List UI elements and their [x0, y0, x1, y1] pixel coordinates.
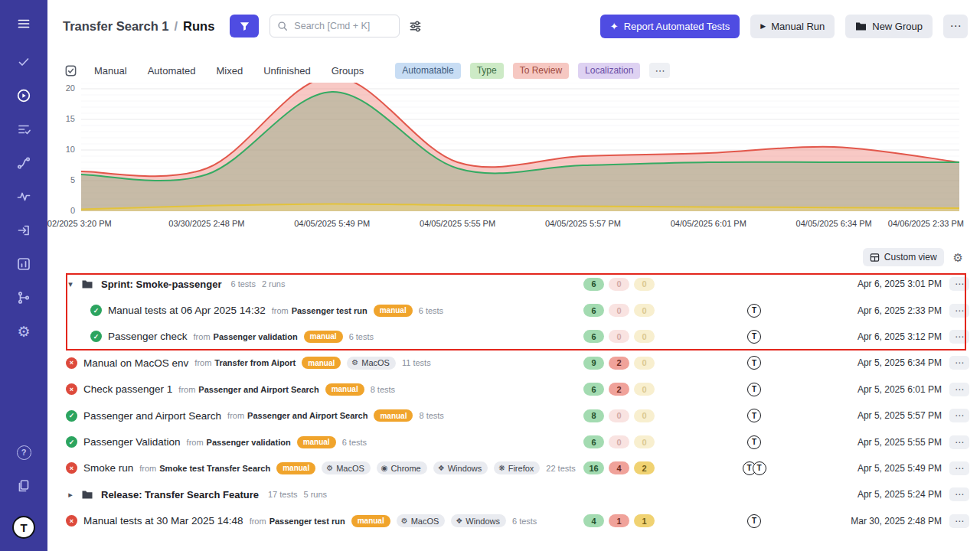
import-icon[interactable]	[11, 217, 37, 243]
count-skipped: 0	[634, 357, 655, 370]
run-source[interactable]: Passenger and Airport Search	[247, 411, 368, 420]
run-source[interactable]: Passenger validation	[214, 332, 298, 341]
avatar[interactable]: T	[747, 435, 761, 449]
integrations-icon[interactable]	[11, 285, 37, 311]
row-main: ▸Release: Transfer Search Feature17 test…	[66, 489, 583, 500]
row-main: ✓Passenger ValidationfromPassenger valid…	[66, 436, 583, 448]
tab-automated[interactable]: Automated	[148, 65, 196, 77]
row-more-button[interactable]: ⋯	[949, 277, 969, 291]
milestones-icon[interactable]	[11, 150, 37, 176]
tag-automatable[interactable]: Automatable	[395, 63, 460, 79]
run-title[interactable]: Check passenger 1	[83, 383, 172, 395]
tab-unfinished[interactable]: Unfinished	[263, 65, 310, 77]
avatar[interactable]: T	[747, 514, 761, 528]
run-title[interactable]: Smoke run	[83, 462, 133, 474]
manual-run-button[interactable]: ▶ Manual Run	[750, 15, 835, 38]
run-row[interactable]: ✓Manual tests at 06 Apr 2025 14:32fromPa…	[47, 297, 980, 323]
run-title[interactable]: Manual tests at 30 Mar 2025 14:48	[83, 515, 243, 527]
search-box[interactable]	[270, 15, 400, 37]
run-source[interactable]: Passenger validation	[207, 438, 291, 447]
from-label: from	[250, 517, 266, 526]
avatar[interactable]: T	[747, 330, 761, 344]
header-more-button[interactable]: ⋯	[943, 15, 968, 38]
row-more-button[interactable]: ⋯	[949, 487, 969, 501]
run-title[interactable]: Passenger Validation	[83, 436, 181, 448]
run-row[interactable]: ✓Passenger checkfromPassenger validation…	[47, 324, 980, 350]
count-passed: 6	[583, 383, 604, 396]
run-source[interactable]: Passenger test run	[292, 306, 368, 315]
row-assignee: T	[681, 514, 827, 528]
run-row[interactable]: ✓Passenger ValidationfromPassenger valid…	[47, 429, 980, 455]
group-row[interactable]: ▸Release: Transfer Search Feature17 test…	[47, 481, 980, 507]
tab-manual[interactable]: Manual	[94, 65, 127, 77]
defects-icon[interactable]	[11, 116, 37, 142]
run-row[interactable]: ×Check passenger 1fromPassenger and Airp…	[47, 377, 980, 403]
breadcrumb-project[interactable]: Transfer Search 1	[63, 19, 169, 34]
chevron-down-icon[interactable]: ▾	[66, 279, 75, 289]
avatar[interactable]: T	[747, 383, 761, 396]
avatar[interactable]: T	[747, 356, 761, 370]
run-date: Mar 30, 2025 2:48 PM	[827, 516, 942, 527]
avatar[interactable]: T	[753, 461, 766, 475]
env-badge-chrome: ◉Chrome	[377, 461, 427, 474]
group-title[interactable]: Sprint: Smoke-passenger	[101, 279, 222, 290]
activity-icon[interactable]	[11, 184, 37, 210]
settings-icon[interactable]: ⚙	[11, 318, 37, 344]
status-failed-icon: ×	[66, 515, 77, 527]
reports-icon[interactable]	[11, 251, 37, 277]
run-title[interactable]: Passenger and Airport Search	[83, 410, 221, 422]
custom-view-button[interactable]: Custom view	[863, 248, 944, 266]
run-title[interactable]: Manual on MacOS env	[83, 357, 188, 369]
row-more-button[interactable]: ⋯	[949, 435, 969, 449]
run-row[interactable]: ×Manual tests at 30 Mar 2025 14:48fromPa…	[47, 508, 980, 534]
row-more-button[interactable]: ⋯	[949, 356, 969, 370]
row-more-button[interactable]: ⋯	[949, 514, 969, 528]
count-passed: 9	[583, 357, 604, 370]
runs-icon[interactable]	[11, 83, 37, 109]
group-row[interactable]: ▾Sprint: Smoke-passenger6 tests2 runs 60…	[47, 271, 980, 297]
env-badge-windows: ❖Windows	[451, 514, 506, 527]
view-settings-gear-icon[interactable]: ⚙	[953, 252, 963, 263]
chevron-right-icon[interactable]: ▸	[66, 490, 75, 500]
tab-mixed[interactable]: Mixed	[217, 65, 243, 77]
help-icon[interactable]: ?	[11, 439, 37, 465]
run-source[interactable]: Passenger test run	[270, 517, 345, 526]
filter-button[interactable]	[230, 15, 259, 37]
documents-icon[interactable]	[11, 473, 37, 499]
tag-type[interactable]: Type	[470, 63, 504, 79]
run-row[interactable]: ×Smoke runfromSmoke test Transfer Search…	[47, 455, 980, 481]
avatar[interactable]: T	[747, 304, 761, 318]
workspace-logo[interactable]: T	[12, 516, 35, 539]
row-more-button[interactable]: ⋯	[949, 330, 969, 344]
filter-settings-icon[interactable]	[409, 20, 422, 33]
run-source[interactable]: Passenger and Airport Search	[198, 385, 318, 394]
tag-localization[interactable]: Localization	[578, 63, 640, 79]
menu-icon[interactable]	[11, 11, 37, 37]
group-runs-count: 2 runs	[262, 279, 286, 289]
windows-icon: ❖	[456, 517, 462, 525]
search-input[interactable]	[292, 20, 392, 32]
tests-count: 6 tests	[512, 517, 537, 526]
tests-icon[interactable]	[11, 49, 37, 75]
row-more-button[interactable]: ⋯	[949, 461, 969, 475]
tags-more-button[interactable]: ⋯	[649, 63, 670, 78]
avatar[interactable]: T	[747, 409, 761, 422]
row-more-button[interactable]: ⋯	[949, 409, 969, 422]
group-title[interactable]: Release: Transfer Search Feature	[101, 489, 259, 500]
macos-icon: ⚙	[401, 517, 408, 525]
tab-groups[interactable]: Groups	[332, 65, 364, 77]
run-row[interactable]: ✓Passenger and Airport SearchfromPasseng…	[47, 403, 980, 429]
run-row[interactable]: ×Manual on MacOS envfromTransfer from Ai…	[47, 350, 980, 376]
run-title[interactable]: Manual tests at 06 Apr 2025 14:32	[108, 305, 266, 316]
tag-to-review[interactable]: To Review	[513, 63, 569, 79]
run-title[interactable]: Passenger check	[108, 331, 188, 342]
row-more-button[interactable]: ⋯	[949, 304, 969, 318]
x-tick-label: 03/02/2025 3:20 PM	[47, 219, 112, 228]
run-source[interactable]: Smoke test Transfer Search	[159, 464, 270, 473]
run-source[interactable]: Transfer from Aiport	[214, 358, 296, 367]
row-result-counts: 1642	[583, 461, 681, 474]
new-group-button[interactable]: New Group	[845, 15, 933, 38]
select-runs-icon[interactable]	[64, 64, 77, 77]
report-automated-tests-button[interactable]: ✦ Report Automated Tests	[600, 15, 740, 38]
row-more-button[interactable]: ⋯	[949, 383, 969, 396]
